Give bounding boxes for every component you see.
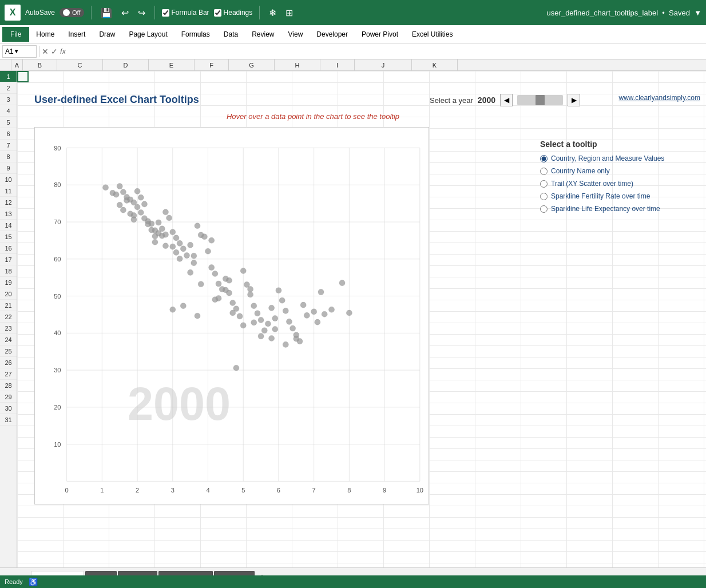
scatter-point[interactable]: [300, 302, 306, 308]
year-slider[interactable]: [517, 95, 563, 105]
autosave-toggle[interactable]: Off: [60, 8, 84, 17]
scatter-point[interactable]: [195, 223, 200, 229]
scatter-point[interactable]: [293, 336, 299, 341]
scatter-point[interactable]: [180, 246, 186, 252]
row-num-8[interactable]: 8: [0, 151, 17, 162]
scatter-point[interactable]: [258, 333, 264, 339]
scatter-point[interactable]: [251, 320, 257, 325]
scatter-chart[interactable]: 90 80 70 60 50 40 30 20 10 0 1 2 3 4 5: [35, 128, 429, 504]
menu-review[interactable]: Review: [245, 27, 281, 42]
col-header-k[interactable]: K: [412, 59, 458, 70]
col-header-h[interactable]: H: [275, 59, 320, 70]
row-num-13[interactable]: 13: [0, 208, 17, 220]
scatter-point[interactable]: [248, 287, 253, 292]
scatter-point[interactable]: [223, 287, 228, 293]
redo-icon[interactable]: ↪: [136, 6, 148, 19]
menu-home[interactable]: Home: [29, 27, 61, 42]
scatter-point[interactable]: [170, 244, 176, 249]
row-num-27[interactable]: 27: [0, 368, 17, 380]
scatter-point[interactable]: [290, 325, 296, 331]
scatter-point[interactable]: [283, 308, 288, 313]
row-num-1[interactable]: 1: [0, 71, 17, 82]
scatter-point[interactable]: [315, 319, 320, 325]
scatter-point[interactable]: [272, 326, 278, 332]
row-num-6[interactable]: 6: [0, 128, 17, 140]
scatter-point[interactable]: [233, 365, 239, 371]
scatter-point[interactable]: [152, 233, 158, 239]
scatter-point[interactable]: [102, 185, 108, 190]
col-header-d[interactable]: D: [103, 59, 149, 70]
menu-formulas[interactable]: Formulas: [174, 27, 217, 42]
formula-bar-checkbox[interactable]: [162, 9, 169, 17]
row-num-20[interactable]: 20: [0, 288, 17, 300]
scatter-point[interactable]: [248, 292, 253, 297]
undo-icon[interactable]: ↩: [119, 6, 131, 19]
scatter-point[interactable]: [240, 268, 246, 273]
scatter-point[interactable]: [251, 303, 257, 309]
col-header-f[interactable]: F: [195, 59, 229, 70]
freeze-icon[interactable]: ❄: [267, 6, 279, 19]
scatter-point[interactable]: [120, 189, 126, 195]
scatter-point[interactable]: [205, 248, 211, 254]
formula-input[interactable]: [68, 45, 704, 58]
scatter-point[interactable]: [149, 227, 154, 233]
layout-icon[interactable]: ⊞: [283, 6, 295, 19]
scatter-point[interactable]: [184, 253, 189, 259]
headings-checkbox[interactable]: [214, 9, 221, 17]
scatter-point[interactable]: [138, 209, 144, 215]
row-num-30[interactable]: 30: [0, 403, 17, 414]
scatter-point[interactable]: [117, 202, 122, 208]
scatter-point[interactable]: [209, 265, 215, 271]
row-num-22[interactable]: 22: [0, 311, 17, 323]
scatter-point[interactable]: [188, 242, 193, 248]
scatter-point[interactable]: [237, 313, 243, 319]
col-header-e[interactable]: E: [149, 59, 195, 70]
col-header-g[interactable]: G: [229, 59, 275, 70]
scatter-point[interactable]: [180, 303, 186, 309]
scatter-point[interactable]: [318, 289, 324, 295]
row-num-29[interactable]: 29: [0, 391, 17, 403]
selected-cell-a1[interactable]: [17, 71, 29, 82]
scatter-point[interactable]: [177, 256, 183, 261]
cell-reference[interactable]: A1 ▼: [2, 45, 37, 58]
menu-view[interactable]: View: [281, 27, 310, 42]
row-num-15[interactable]: 15: [0, 231, 17, 243]
scatter-point[interactable]: [216, 281, 221, 287]
scatter-point[interactable]: [198, 281, 204, 287]
row-num-19[interactable]: 19: [0, 277, 17, 288]
scatter-point[interactable]: [195, 313, 200, 319]
scatter-point[interactable]: [269, 305, 275, 311]
menu-excel-utilities[interactable]: Excel Utilities: [405, 27, 459, 42]
scatter-point[interactable]: [173, 235, 179, 241]
scatter-point[interactable]: [322, 311, 327, 317]
scatter-point[interactable]: [286, 319, 292, 324]
col-header-b[interactable]: B: [23, 59, 57, 70]
year-prev-btn[interactable]: ◀: [500, 94, 513, 106]
scatter-point[interactable]: [201, 234, 207, 240]
scatter-point[interactable]: [304, 312, 310, 318]
confirm-formula-icon[interactable]: ✓: [51, 47, 58, 56]
row-num-11[interactable]: 11: [0, 185, 17, 197]
scatter-point[interactable]: [156, 220, 161, 225]
scatter-point[interactable]: [170, 307, 176, 312]
accessibility-icon[interactable]: ♿: [29, 578, 38, 586]
scatter-point[interactable]: [191, 253, 197, 259]
row-num-2[interactable]: 2: [0, 82, 17, 94]
menu-data[interactable]: Data: [217, 27, 245, 42]
scatter-point[interactable]: [131, 217, 137, 223]
scatter-point[interactable]: [138, 194, 144, 200]
scatter-point[interactable]: [145, 221, 151, 227]
scatter-point[interactable]: [117, 184, 122, 189]
row-num-9[interactable]: 9: [0, 162, 17, 174]
row-num-12[interactable]: 12: [0, 197, 17, 208]
col-header-j[interactable]: J: [355, 59, 412, 70]
scatter-point[interactable]: [283, 341, 288, 347]
year-next-btn[interactable]: ▶: [568, 94, 580, 106]
row-num-5[interactable]: 5: [0, 117, 17, 128]
formula-bar-toggle[interactable]: Formula Bar: [162, 9, 209, 17]
scatter-point[interactable]: [339, 280, 345, 286]
scatter-point[interactable]: [279, 297, 285, 303]
scatter-point[interactable]: [191, 260, 197, 266]
scatter-point[interactable]: [134, 188, 140, 194]
scatter-point[interactable]: [141, 201, 147, 207]
